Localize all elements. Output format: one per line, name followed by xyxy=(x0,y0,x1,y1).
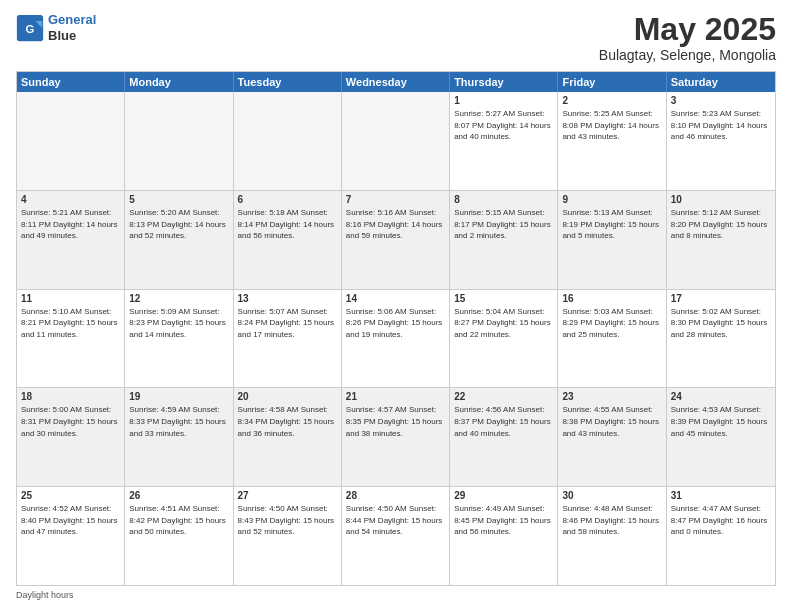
day-header-sunday: Sunday xyxy=(17,72,125,92)
day-number: 6 xyxy=(238,194,337,205)
day-number: 1 xyxy=(454,95,553,106)
calendar-cell: 2Sunrise: 5:25 AM Sunset: 8:08 PM Daylig… xyxy=(558,92,666,190)
calendar-header: SundayMondayTuesdayWednesdayThursdayFrid… xyxy=(17,72,775,92)
day-info: Sunrise: 5:23 AM Sunset: 8:10 PM Dayligh… xyxy=(671,108,771,143)
day-info: Sunrise: 5:21 AM Sunset: 8:11 PM Dayligh… xyxy=(21,207,120,242)
day-info: Sunrise: 4:51 AM Sunset: 8:42 PM Dayligh… xyxy=(129,503,228,538)
day-header-friday: Friday xyxy=(558,72,666,92)
calendar-cell xyxy=(17,92,125,190)
logo: G General Blue xyxy=(16,12,96,43)
logo-text: General Blue xyxy=(48,12,96,43)
day-info: Sunrise: 5:02 AM Sunset: 8:30 PM Dayligh… xyxy=(671,306,771,341)
day-number: 27 xyxy=(238,490,337,501)
day-info: Sunrise: 5:04 AM Sunset: 8:27 PM Dayligh… xyxy=(454,306,553,341)
calendar-week-3: 11Sunrise: 5:10 AM Sunset: 8:21 PM Dayli… xyxy=(17,289,775,388)
day-number: 11 xyxy=(21,293,120,304)
day-number: 2 xyxy=(562,95,661,106)
calendar-cell: 16Sunrise: 5:03 AM Sunset: 8:29 PM Dayli… xyxy=(558,290,666,388)
day-number: 18 xyxy=(21,391,120,402)
day-number: 29 xyxy=(454,490,553,501)
day-number: 28 xyxy=(346,490,445,501)
calendar-cell: 20Sunrise: 4:58 AM Sunset: 8:34 PM Dayli… xyxy=(234,388,342,486)
day-info: Sunrise: 5:18 AM Sunset: 8:14 PM Dayligh… xyxy=(238,207,337,242)
calendar: SundayMondayTuesdayWednesdayThursdayFrid… xyxy=(16,71,776,586)
calendar-cell: 15Sunrise: 5:04 AM Sunset: 8:27 PM Dayli… xyxy=(450,290,558,388)
day-number: 15 xyxy=(454,293,553,304)
day-number: 10 xyxy=(671,194,771,205)
day-number: 26 xyxy=(129,490,228,501)
day-number: 31 xyxy=(671,490,771,501)
day-info: Sunrise: 4:50 AM Sunset: 8:44 PM Dayligh… xyxy=(346,503,445,538)
calendar-cell: 22Sunrise: 4:56 AM Sunset: 8:37 PM Dayli… xyxy=(450,388,558,486)
day-info: Sunrise: 5:10 AM Sunset: 8:21 PM Dayligh… xyxy=(21,306,120,341)
day-info: Sunrise: 4:47 AM Sunset: 8:47 PM Dayligh… xyxy=(671,503,771,538)
calendar-cell: 30Sunrise: 4:48 AM Sunset: 8:46 PM Dayli… xyxy=(558,487,666,585)
day-number: 21 xyxy=(346,391,445,402)
day-info: Sunrise: 5:16 AM Sunset: 8:16 PM Dayligh… xyxy=(346,207,445,242)
day-number: 19 xyxy=(129,391,228,402)
logo-icon: G xyxy=(16,14,44,42)
calendar-cell xyxy=(342,92,450,190)
day-number: 14 xyxy=(346,293,445,304)
day-info: Sunrise: 5:06 AM Sunset: 8:26 PM Dayligh… xyxy=(346,306,445,341)
calendar-cell: 28Sunrise: 4:50 AM Sunset: 8:44 PM Dayli… xyxy=(342,487,450,585)
calendar-cell: 1Sunrise: 5:27 AM Sunset: 8:07 PM Daylig… xyxy=(450,92,558,190)
logo-line1: General xyxy=(48,12,96,27)
calendar-week-1: 1Sunrise: 5:27 AM Sunset: 8:07 PM Daylig… xyxy=(17,92,775,190)
calendar-cell xyxy=(125,92,233,190)
calendar-cell: 9Sunrise: 5:13 AM Sunset: 8:19 PM Daylig… xyxy=(558,191,666,289)
day-info: Sunrise: 5:27 AM Sunset: 8:07 PM Dayligh… xyxy=(454,108,553,143)
day-info: Sunrise: 4:56 AM Sunset: 8:37 PM Dayligh… xyxy=(454,404,553,439)
calendar-cell: 6Sunrise: 5:18 AM Sunset: 8:14 PM Daylig… xyxy=(234,191,342,289)
day-number: 4 xyxy=(21,194,120,205)
day-info: Sunrise: 4:55 AM Sunset: 8:38 PM Dayligh… xyxy=(562,404,661,439)
day-info: Sunrise: 5:20 AM Sunset: 8:13 PM Dayligh… xyxy=(129,207,228,242)
day-header-monday: Monday xyxy=(125,72,233,92)
calendar-cell: 26Sunrise: 4:51 AM Sunset: 8:42 PM Dayli… xyxy=(125,487,233,585)
calendar-cell xyxy=(234,92,342,190)
day-number: 13 xyxy=(238,293,337,304)
day-number: 8 xyxy=(454,194,553,205)
header: G General Blue May 2025 Bulagtay, Seleng… xyxy=(16,12,776,63)
calendar-cell: 31Sunrise: 4:47 AM Sunset: 8:47 PM Dayli… xyxy=(667,487,775,585)
calendar-cell: 12Sunrise: 5:09 AM Sunset: 8:23 PM Dayli… xyxy=(125,290,233,388)
calendar-cell: 14Sunrise: 5:06 AM Sunset: 8:26 PM Dayli… xyxy=(342,290,450,388)
day-info: Sunrise: 4:52 AM Sunset: 8:40 PM Dayligh… xyxy=(21,503,120,538)
day-header-saturday: Saturday xyxy=(667,72,775,92)
calendar-cell: 23Sunrise: 4:55 AM Sunset: 8:38 PM Dayli… xyxy=(558,388,666,486)
calendar-cell: 13Sunrise: 5:07 AM Sunset: 8:24 PM Dayli… xyxy=(234,290,342,388)
day-number: 16 xyxy=(562,293,661,304)
calendar-cell: 19Sunrise: 4:59 AM Sunset: 8:33 PM Dayli… xyxy=(125,388,233,486)
calendar-body: 1Sunrise: 5:27 AM Sunset: 8:07 PM Daylig… xyxy=(17,92,775,585)
calendar-cell: 5Sunrise: 5:20 AM Sunset: 8:13 PM Daylig… xyxy=(125,191,233,289)
day-number: 25 xyxy=(21,490,120,501)
day-number: 7 xyxy=(346,194,445,205)
day-info: Sunrise: 5:25 AM Sunset: 8:08 PM Dayligh… xyxy=(562,108,661,143)
calendar-cell: 3Sunrise: 5:23 AM Sunset: 8:10 PM Daylig… xyxy=(667,92,775,190)
title-block: May 2025 Bulagtay, Selenge, Mongolia xyxy=(599,12,776,63)
day-info: Sunrise: 4:58 AM Sunset: 8:34 PM Dayligh… xyxy=(238,404,337,439)
calendar-cell: 27Sunrise: 4:50 AM Sunset: 8:43 PM Dayli… xyxy=(234,487,342,585)
calendar-week-2: 4Sunrise: 5:21 AM Sunset: 8:11 PM Daylig… xyxy=(17,190,775,289)
day-number: 17 xyxy=(671,293,771,304)
day-number: 22 xyxy=(454,391,553,402)
calendar-cell: 7Sunrise: 5:16 AM Sunset: 8:16 PM Daylig… xyxy=(342,191,450,289)
day-info: Sunrise: 5:07 AM Sunset: 8:24 PM Dayligh… xyxy=(238,306,337,341)
day-info: Sunrise: 4:49 AM Sunset: 8:45 PM Dayligh… xyxy=(454,503,553,538)
month-title: May 2025 xyxy=(599,12,776,47)
day-info: Sunrise: 4:48 AM Sunset: 8:46 PM Dayligh… xyxy=(562,503,661,538)
calendar-week-4: 18Sunrise: 5:00 AM Sunset: 8:31 PM Dayli… xyxy=(17,387,775,486)
day-info: Sunrise: 5:15 AM Sunset: 8:17 PM Dayligh… xyxy=(454,207,553,242)
day-number: 12 xyxy=(129,293,228,304)
day-info: Sunrise: 5:12 AM Sunset: 8:20 PM Dayligh… xyxy=(671,207,771,242)
day-header-tuesday: Tuesday xyxy=(234,72,342,92)
calendar-week-5: 25Sunrise: 4:52 AM Sunset: 8:40 PM Dayli… xyxy=(17,486,775,585)
logo-line2: Blue xyxy=(48,28,96,44)
day-header-thursday: Thursday xyxy=(450,72,558,92)
day-header-wednesday: Wednesday xyxy=(342,72,450,92)
calendar-cell: 25Sunrise: 4:52 AM Sunset: 8:40 PM Dayli… xyxy=(17,487,125,585)
day-info: Sunrise: 5:00 AM Sunset: 8:31 PM Dayligh… xyxy=(21,404,120,439)
calendar-cell: 29Sunrise: 4:49 AM Sunset: 8:45 PM Dayli… xyxy=(450,487,558,585)
day-number: 3 xyxy=(671,95,771,106)
calendar-cell: 17Sunrise: 5:02 AM Sunset: 8:30 PM Dayli… xyxy=(667,290,775,388)
